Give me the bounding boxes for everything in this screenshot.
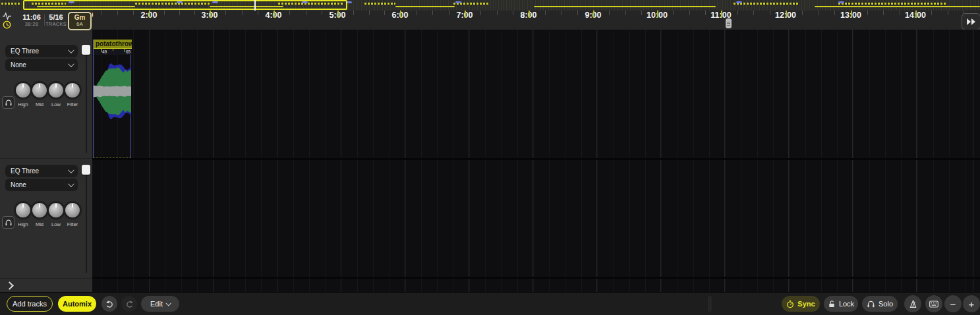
minimap-viewport[interactable] xyxy=(23,0,347,10)
audio-clip[interactable]: potatothrow4965 xyxy=(93,40,131,158)
ruler-minute-tick xyxy=(274,11,275,18)
edit-menu-button[interactable]: Edit xyxy=(141,296,179,312)
eq-knob-filter[interactable] xyxy=(63,201,82,219)
ruler-quarter-tick xyxy=(480,11,481,15)
lock-open-icon xyxy=(828,300,836,308)
eq-knob-mid[interactable] xyxy=(30,81,49,100)
headphones-icon xyxy=(5,99,13,106)
playhead-handle[interactable] xyxy=(726,18,732,28)
ruler-time-label: 1:00 xyxy=(92,11,100,21)
eq-knob-filter[interactable] xyxy=(63,81,82,100)
ruler-quarter-tick xyxy=(497,11,498,15)
zoom-in-button[interactable]: + xyxy=(963,295,980,312)
eq-knob-low[interactable] xyxy=(47,201,65,219)
chevron-down-icon xyxy=(68,181,74,187)
lane-divider xyxy=(92,158,980,160)
add-tracks-button[interactable]: Add tracks xyxy=(7,296,53,312)
ruler-quarter-tick xyxy=(948,11,948,15)
ruler-quarter-tick xyxy=(819,11,819,15)
eq-knob-low[interactable] xyxy=(47,81,65,100)
ruler-quarter-tick xyxy=(753,11,754,15)
ruler-quarter-tick xyxy=(242,11,243,15)
ruler-quarter-tick xyxy=(322,11,322,15)
ruler-minute-tick xyxy=(465,11,466,18)
metronome-icon xyxy=(909,300,917,308)
keyboard-icon xyxy=(929,301,938,308)
activity-icon xyxy=(3,13,11,20)
ruler-minute-tick xyxy=(210,11,211,18)
fx-select[interactable]: None xyxy=(5,59,78,71)
ruler-quarter-tick xyxy=(194,11,195,15)
fast-forward-icon xyxy=(966,18,976,26)
ruler-minute-tick xyxy=(529,11,530,18)
minimap-clip-segment xyxy=(395,6,455,7)
bpm-lane-header[interactable] xyxy=(0,278,92,293)
eq-knob-high[interactable] xyxy=(14,81,32,100)
master-key-badge[interactable]: Gm 6A xyxy=(68,12,92,30)
zoom-out-button[interactable]: − xyxy=(944,295,962,312)
cue-headphones-button[interactable] xyxy=(2,216,14,229)
export-button[interactable] xyxy=(904,295,921,312)
minimap-clip-segment xyxy=(815,6,980,7)
volume-slider-handle[interactable] xyxy=(82,45,90,55)
ruler-quarter-tick xyxy=(289,11,290,15)
ruler-minute-tick xyxy=(721,11,722,18)
add-tracks-label: Add tracks xyxy=(13,300,47,308)
overview-minimap[interactable] xyxy=(0,0,980,11)
ruler-minute-tick xyxy=(149,11,150,18)
solo-button[interactable]: Solo xyxy=(862,296,898,312)
shortcuts-button[interactable] xyxy=(925,295,942,312)
clock-icon xyxy=(3,20,11,29)
eq-preset-select[interactable]: EQ Three xyxy=(5,45,78,57)
solo-label: Solo xyxy=(879,300,893,308)
lock-button[interactable]: Lock xyxy=(824,296,858,312)
minimap-clip-segment xyxy=(534,6,716,7)
volume-slider-handle[interactable] xyxy=(82,165,90,175)
ruler-quarter-tick xyxy=(900,11,900,15)
ruler-minute-tick xyxy=(337,11,339,18)
minimap-cue-marker xyxy=(455,1,461,3)
cue-headphones-button[interactable] xyxy=(2,96,14,109)
ruler-quarter-tick xyxy=(689,11,690,15)
ruler-quarter-tick xyxy=(577,11,578,15)
ruler-quarter-tick xyxy=(306,11,306,15)
automix-button[interactable]: Automix xyxy=(58,296,96,312)
chevron-right-icon[interactable] xyxy=(5,281,14,290)
ruler-quarter-tick xyxy=(101,11,101,15)
fx-select-value: None xyxy=(11,181,26,188)
elapsed-time: 11:06 xyxy=(20,14,43,21)
key-name: Gm xyxy=(69,14,90,21)
headphones-icon xyxy=(867,300,875,308)
knob-label: Filter xyxy=(63,101,82,107)
fx-select[interactable]: None xyxy=(5,179,78,191)
undo-button[interactable] xyxy=(101,296,117,312)
minimap-playhead xyxy=(254,0,256,11)
ruler-quarter-tick xyxy=(770,11,770,15)
ruler-minute-tick xyxy=(786,11,787,18)
deck-a-controls: EQ ThreeNoneHighMidLowFilter xyxy=(0,30,92,158)
ruler-quarter-tick xyxy=(561,11,562,15)
ruler-quarter-tick xyxy=(737,11,738,15)
undo-icon xyxy=(105,300,114,308)
plus-icon: + xyxy=(969,299,975,310)
ruler-quarter-tick xyxy=(802,11,803,15)
sync-button[interactable]: Sync xyxy=(782,296,820,312)
eq-preset-select[interactable]: EQ Three xyxy=(5,165,78,177)
ruler-quarter-tick xyxy=(164,11,165,15)
ruler-quarter-tick xyxy=(834,11,835,15)
minimap-cue-marker xyxy=(838,1,844,3)
seek-forward-button[interactable] xyxy=(962,13,980,30)
session-info-row: 11:06 38:28 5/16 TRACKS Gm 6A xyxy=(0,11,92,30)
chevron-down-icon xyxy=(68,61,74,67)
timeline-tracks-area[interactable]: potatothrow4965 xyxy=(92,30,980,292)
redo-button[interactable] xyxy=(121,296,137,312)
ruler-minute-tick xyxy=(851,11,852,18)
knob-pointer xyxy=(55,84,57,88)
ruler-quarter-tick xyxy=(432,11,433,15)
knob-pointer xyxy=(39,84,40,88)
eq-knob-mid[interactable] xyxy=(30,201,49,219)
minimap-clip-segment xyxy=(734,3,799,5)
tracks-count: 5/16 xyxy=(45,14,67,21)
time-ruler[interactable]: 1:002:003:004:005:006:007:008:009:0010:0… xyxy=(92,11,980,30)
eq-knob-high[interactable] xyxy=(14,201,32,219)
